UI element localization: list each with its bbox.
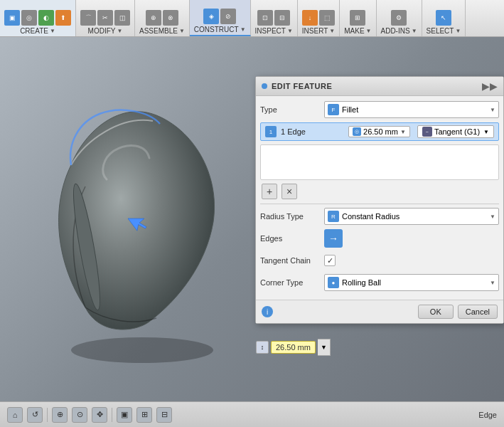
edge-value-arrow[interactable]: ▼	[400, 129, 406, 135]
modify-dropdown-arrow: ▼	[117, 28, 122, 34]
3d-viewport[interactable]: TOP FRONT RIGHT Y X EDIT FEATURE ▶▶ Type	[0, 37, 504, 427]
zoom-tool[interactable]: ⊙	[72, 407, 87, 423]
edge-selector[interactable]: 1 1 Edge ◎ 26.50 mm ▼ ~ Tangent (G1) ▼	[260, 122, 499, 141]
corner-type-value: Rolling Ball	[342, 278, 381, 287]
panel-dot	[262, 83, 267, 89]
select-icon-1: ↖	[436, 10, 451, 26]
corner-type-select[interactable]: ● Rolling Ball ▼	[324, 274, 499, 291]
addins-label[interactable]: ADD-INS ▼	[381, 27, 417, 35]
undo-tool[interactable]: ↺	[27, 407, 43, 423]
make-icon-1: ⊞	[350, 10, 365, 26]
cancel-button[interactable]: Cancel	[458, 305, 498, 319]
fillet-icon: F	[328, 104, 339, 115]
svg-point-0	[71, 337, 213, 363]
home-tool[interactable]: ⌂	[7, 407, 23, 423]
select-menu[interactable]: ↖ SELECT ▼	[422, 0, 466, 36]
radius-type-value: Constant Radius	[342, 212, 400, 221]
tool-separator-1	[47, 408, 48, 422]
radius-type-select[interactable]: R Constant Radius ▼	[324, 208, 499, 225]
insert-label[interactable]: INSERT ▼	[302, 27, 335, 35]
inspect-label[interactable]: INSPECT ▼	[255, 27, 293, 35]
assemble-menu[interactable]: ⊕ ⊗ ASSEMBLE ▼	[135, 0, 190, 36]
edges-button[interactable]: →	[324, 229, 343, 248]
type-select[interactable]: F Fillet ▼	[324, 101, 499, 118]
radius-type-arrow: ▼	[490, 214, 495, 220]
edges-label: Edges	[260, 234, 324, 243]
addins-icon-1: ⚙	[391, 10, 407, 26]
main-toolbar: ▣ ◎ ◐ ⬆ CREATE ▼ ⌒ ✂ ◫ MODIFY ▼ ⊕ ⊗ ASSE…	[0, 0, 504, 37]
edge-value: 26.50 mm	[363, 127, 398, 136]
modify-menu[interactable]: ⌒ ✂ ◫ MODIFY ▼	[76, 0, 135, 36]
select-label[interactable]: SELECT ▼	[427, 27, 461, 35]
dimension-value[interactable]: 26.50 mm	[271, 341, 316, 354]
edges-arrow-icon: →	[328, 233, 338, 244]
bottom-tools-left: ⌂ ↺ ⊕ ⊙ ✥ ▣ ⊞ ⊟	[7, 407, 172, 423]
display-mode[interactable]: ▣	[117, 407, 132, 423]
orbit-tool[interactable]: ⊕	[52, 407, 68, 423]
make-menu[interactable]: ⊞ MAKE ▼	[340, 0, 376, 36]
add-remove-row: + ×	[260, 184, 499, 199]
dimension-input: ↕ 26.50 mm ▼	[256, 339, 331, 356]
radius-type-row: Radius Type R Constant Radius ▼	[260, 207, 499, 226]
dimension-dropdown[interactable]: ▼	[318, 339, 331, 356]
create-label[interactable]: CREATE ▼	[20, 27, 55, 35]
tool-separator-2	[112, 408, 112, 422]
type-value: Fillet	[342, 105, 358, 114]
edge-label: 1 Edge	[281, 127, 344, 136]
modify-icon-3: ◫	[114, 10, 130, 26]
type-row: Type F Fillet ▼	[260, 100, 499, 119]
grid-tool[interactable]: ⊞	[136, 407, 152, 423]
type-dropdown-arrow: ▼	[490, 107, 495, 113]
insert-icon-1: ↓	[302, 10, 318, 26]
ok-button[interactable]: OK	[418, 305, 454, 319]
assemble-icon-2: ⊗	[163, 10, 178, 26]
tangent-chain-checkbox[interactable]	[324, 255, 336, 266]
construct-icon-1: ◈	[203, 9, 219, 24]
tangent-chain-row: Tangent Chain	[260, 251, 499, 270]
assemble-icon-1: ⊕	[146, 10, 161, 26]
pan-tool[interactable]: ✥	[92, 407, 107, 423]
construct-menu[interactable]: ◈ ⊘ CONSTRUCT ▼	[190, 0, 251, 36]
create-icon-4: ⬆	[55, 10, 71, 26]
edge-empty-area	[260, 144, 499, 180]
inspect-icon-2: ⊟	[274, 10, 290, 26]
edge-value-box[interactable]: ◎ 26.50 mm ▼	[348, 126, 410, 137]
inspect-menu[interactable]: ⊡ ⊟ INSPECT ▼	[251, 0, 298, 36]
addins-menu[interactable]: ⚙ ADD-INS ▼	[377, 0, 422, 36]
construct-label[interactable]: CONSTRUCT ▼	[194, 26, 246, 33]
tangent-arrow: ▼	[483, 129, 489, 135]
3d-model	[28, 80, 256, 364]
edges-row: Edges →	[260, 229, 499, 248]
addins-dropdown-arrow: ▼	[412, 28, 417, 34]
modify-icon-1: ⌒	[80, 10, 96, 26]
tangent-icon: ~	[422, 127, 432, 137]
panel-header[interactable]: EDIT FEATURE ▶▶	[256, 77, 503, 96]
dimension-icon: ↕	[256, 341, 269, 354]
edit-feature-panel: EDIT FEATURE ▶▶ Type F Fillet ▼	[255, 76, 504, 324]
tangent-chain-label: Tangent Chain	[260, 256, 324, 265]
edge-selection-row: 1 1 Edge ◎ 26.50 mm ▼ ~ Tangent (G1) ▼	[260, 122, 499, 141]
add-edge-button[interactable]: +	[262, 184, 277, 199]
edge-dimension-icon: ◎	[353, 127, 361, 136]
inspect-dropdown-arrow: ▼	[287, 28, 293, 34]
assemble-label[interactable]: ASSEMBLE ▼	[139, 27, 185, 35]
inspect-icon-1: ⊡	[257, 10, 273, 26]
create-icon-2: ◎	[21, 10, 37, 26]
snap-tool[interactable]: ⊟	[156, 407, 172, 423]
panel-expand-icon[interactable]: ▶▶	[482, 80, 498, 92]
create-dropdown-arrow: ▼	[50, 28, 55, 34]
remove-edge-button[interactable]: ×	[282, 184, 297, 199]
corner-type-label: Corner Type	[260, 278, 324, 287]
create-icon-3: ◐	[38, 10, 54, 26]
insert-menu[interactable]: ↓ ⬚ INSERT ▼	[298, 0, 340, 36]
modify-icon-2: ✂	[97, 10, 113, 26]
tangent-select[interactable]: ~ Tangent (G1) ▼	[417, 125, 494, 138]
corner-type-arrow: ▼	[490, 280, 495, 286]
insert-icon-2: ⬚	[319, 10, 335, 26]
panel-title: EDIT FEATURE	[272, 82, 332, 90]
make-dropdown-arrow: ▼	[366, 28, 372, 34]
create-menu[interactable]: ▣ ◎ ◐ ⬆ CREATE ▼	[0, 0, 76, 36]
make-label[interactable]: MAKE ▼	[344, 27, 371, 35]
modify-label[interactable]: MODIFY ▼	[88, 27, 123, 35]
radius-type-icon: R	[328, 211, 339, 222]
